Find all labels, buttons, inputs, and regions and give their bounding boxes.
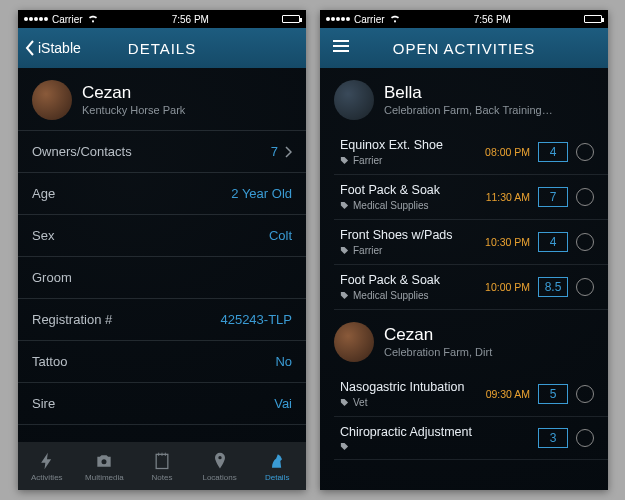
tag-icon [340,246,349,255]
activity-title: Front Shoes w/Pads [340,228,485,242]
activity-title: Foot Pack & Soak [340,183,486,197]
horse-location: Kentucky Horse Park [82,104,185,117]
status-time: 7:56 PM [474,14,511,25]
wifi-icon [87,14,99,25]
complete-radio[interactable] [576,143,594,161]
activity-value[interactable]: 4 [538,142,568,162]
tab-bar: Activities Multimedia Notes Locations De… [18,442,306,490]
back-label: iStable [38,40,81,56]
horse-avatar [334,322,374,362]
status-bar: Carrier 7:56 PM [18,10,306,28]
activity-time: 10:00 PM [485,281,530,293]
complete-radio[interactable] [576,429,594,447]
notes-icon [151,451,173,471]
chevron-right-icon [284,146,292,158]
complete-radio[interactable] [576,385,594,403]
nav-header: OPEN ACTIVITIES [320,28,608,68]
activity-category: Medical Supplies [340,290,485,301]
back-button[interactable]: iStable [18,39,81,57]
tag-icon [340,398,349,407]
detail-label: Tattoo [32,354,67,369]
activity-value[interactable]: 4 [538,232,568,252]
complete-radio[interactable] [576,188,594,206]
horse-header[interactable]: CezanCelebration Farm, Dirt [320,310,608,372]
detail-row: Age2 Year Old [18,173,306,215]
activity-row[interactable]: Chiropractic Adjustment3 [334,417,608,460]
activity-row[interactable]: Foot Pack & SoakMedical Supplies11:30 AM… [334,175,608,220]
activity-value[interactable]: 8.5 [538,277,568,297]
activity-category [340,442,530,451]
complete-radio[interactable] [576,278,594,296]
activity-title: Foot Pack & Soak [340,273,485,287]
activity-title: Chiropractic Adjustment [340,425,530,439]
tab-locations[interactable]: Locations [191,442,249,490]
detail-row: Registration #425243-TLP [18,299,306,341]
nav-header: iStable DETAILS [18,28,306,68]
signal-dots-icon [326,17,350,21]
tab-activities[interactable]: Activities [18,442,76,490]
horse-location: Celebration Farm, Back Training… [384,104,553,117]
activity-list: Equinox Ext. ShoeFarrier08:00 PM4Foot Pa… [320,130,608,310]
tab-multimedia[interactable]: Multimedia [76,442,134,490]
detail-value: Colt [269,228,292,243]
menu-button[interactable] [320,39,350,57]
activity-row[interactable]: Front Shoes w/PadsFarrier10:30 PM4 [334,220,608,265]
wifi-icon [389,14,401,25]
detail-row: SexColt [18,215,306,257]
activity-row[interactable]: Nasogastric IntubationVet09:30 AM5 [334,372,608,417]
tag-icon [340,201,349,210]
activity-value[interactable]: 5 [538,384,568,404]
detail-label: Owners/Contacts [32,144,132,159]
detail-value: 2 Year Old [231,186,292,201]
status-bar: Carrier 7:56 PM [320,10,608,28]
activity-value[interactable]: 3 [538,428,568,448]
activity-row[interactable]: Foot Pack & SoakMedical Supplies10:00 PM… [334,265,608,310]
activity-title: Nasogastric Intubation [340,380,486,394]
activity-time: 09:30 AM [486,388,530,400]
detail-row: Groom [18,257,306,299]
activity-category: Vet [340,397,486,408]
tag-icon [340,156,349,165]
activity-time: 10:30 PM [485,236,530,248]
svg-point-0 [92,20,94,22]
horse-name: Cezan [82,83,185,103]
detail-label: Sex [32,228,54,243]
detail-label: Registration # [32,312,112,327]
lightning-icon [36,451,58,471]
camera-icon [93,451,115,471]
detail-label: Groom [32,270,72,285]
tab-notes[interactable]: Notes [133,442,191,490]
status-time: 7:56 PM [172,14,209,25]
signal-dots-icon [24,17,48,21]
horse-name: Cezan [384,325,492,345]
horse-header[interactable]: BellaCelebration Farm, Back Training… [320,68,608,130]
detail-value: No [275,354,292,369]
horse-location: Celebration Farm, Dirt [384,346,492,359]
activity-time: 08:00 PM [485,146,530,158]
page-title: OPEN ACTIVITIES [393,40,536,57]
horse-avatar [32,80,72,120]
detail-row[interactable]: Owners/Contacts7 [18,130,306,173]
battery-icon [282,15,300,23]
carrier-label: Carrier [52,14,83,25]
pin-icon [209,451,231,471]
chevron-left-icon [24,39,36,57]
details-content: Cezan Kentucky Horse Park Owners/Contact… [18,68,306,442]
hamburger-icon [332,39,350,53]
activities-content[interactable]: BellaCelebration Farm, Back Training…Equ… [320,68,608,490]
complete-radio[interactable] [576,233,594,251]
svg-point-5 [394,20,396,22]
activity-value[interactable]: 7 [538,187,568,207]
horse-avatar [334,80,374,120]
detail-label: Sire [32,396,55,411]
detail-row: TattooNo [18,341,306,383]
tag-icon [340,291,349,300]
detail-label: Age [32,186,55,201]
detail-value: 425243-TLP [220,312,292,327]
activity-row[interactable]: Equinox Ext. ShoeFarrier08:00 PM4 [334,130,608,175]
activity-category: Medical Supplies [340,200,486,211]
tab-details[interactable]: Details [248,442,306,490]
battery-icon [584,15,602,23]
page-title: DETAILS [128,40,196,57]
phone-details: Carrier 7:56 PM iStable DETAILS Cezan Ke… [18,10,306,490]
